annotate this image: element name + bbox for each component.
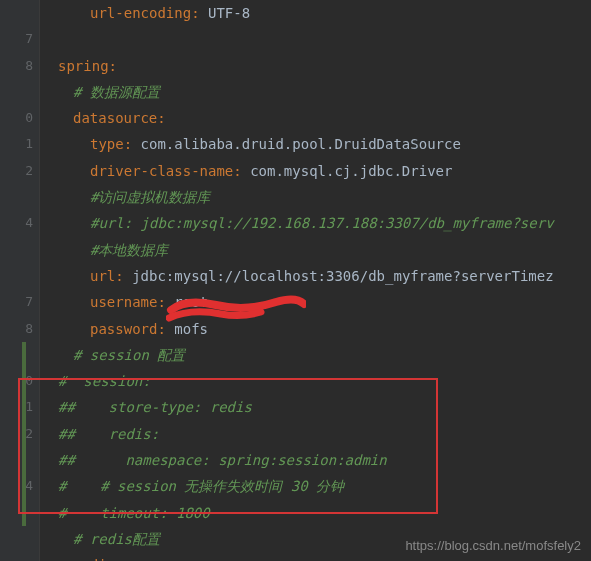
gutter-row <box>0 184 33 210</box>
code-line[interactable]: # session 配置 <box>58 342 591 368</box>
gutter-row <box>0 79 33 105</box>
code-line[interactable]: redis: <box>58 552 591 561</box>
code-line[interactable]: username: root <box>58 289 591 315</box>
gutter-row: 0 <box>0 368 33 394</box>
code-line[interactable]: ## namespace: spring:session:admin <box>58 447 591 473</box>
gutter-row: 4 <box>0 210 33 236</box>
code-line[interactable]: type: com.alibaba.druid.pool.DruidDataSo… <box>58 131 591 157</box>
code-line[interactable]: url: jdbc:mysql://localhost:3306/db_myfr… <box>58 263 591 289</box>
gutter-row <box>0 500 33 526</box>
gutter-row <box>0 526 33 552</box>
code-line[interactable]: # timeout: 1800 <box>58 500 591 526</box>
gutter-row: 2 <box>0 421 33 447</box>
code-line[interactable] <box>58 26 591 52</box>
code-editor[interactable]: 7 8 0 1 2 4 7 8 0 1 2 4 url-encoding: UT… <box>0 0 591 561</box>
code-line[interactable]: spring: <box>58 53 591 79</box>
gutter-row <box>0 552 33 561</box>
gutter-row <box>0 0 33 26</box>
change-marker <box>22 342 26 526</box>
gutter-row: 4 <box>0 473 33 499</box>
gutter-row: 2 <box>0 158 33 184</box>
watermark-text: https://blog.csdn.net/mofsfely2 <box>405 538 581 553</box>
code-content[interactable]: url-encoding: UTF-8spring:# 数据源配置datasou… <box>40 0 591 561</box>
code-line[interactable]: ## store-type: redis <box>58 394 591 420</box>
gutter-row: 1 <box>0 131 33 157</box>
code-line[interactable]: ## redis: <box>58 421 591 447</box>
code-line[interactable]: #本地数据库 <box>58 237 591 263</box>
gutter-row <box>0 342 33 368</box>
gutter-row <box>0 237 33 263</box>
code-line[interactable]: # session: <box>58 368 591 394</box>
line-gutter: 7 8 0 1 2 4 7 8 0 1 2 4 <box>0 0 40 561</box>
gutter-row: 1 <box>0 394 33 420</box>
gutter-row: 7 <box>0 289 33 315</box>
gutter-row <box>0 263 33 289</box>
gutter-row: 7 <box>0 26 33 52</box>
code-line[interactable]: url-encoding: UTF-8 <box>58 0 591 26</box>
code-line[interactable]: password: mofs <box>58 316 591 342</box>
code-line[interactable]: driver-class-name: com.mysql.cj.jdbc.Dri… <box>58 158 591 184</box>
code-line[interactable]: # # session 无操作失效时间 30 分钟 <box>58 473 591 499</box>
code-line[interactable]: #访问虚拟机数据库 <box>58 184 591 210</box>
gutter-row: 8 <box>0 316 33 342</box>
gutter-row <box>0 447 33 473</box>
code-line[interactable]: datasource: <box>58 105 591 131</box>
gutter-row: 8 <box>0 53 33 79</box>
code-line[interactable]: # 数据源配置 <box>58 79 591 105</box>
gutter-row: 0 <box>0 105 33 131</box>
code-line[interactable]: #url: jdbc:mysql://192.168.137.188:3307/… <box>58 210 591 236</box>
